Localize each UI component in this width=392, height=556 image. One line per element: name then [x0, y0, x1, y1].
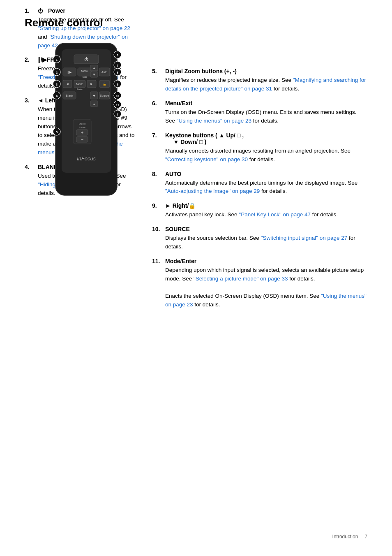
item-1-title: Power — [48, 7, 65, 14]
svg-text:Auto: Auto — [101, 71, 108, 74]
svg-text:11: 11 — [116, 104, 119, 107]
footer-page: 7 — [364, 534, 367, 540]
item-8-title: AUTO — [165, 171, 181, 177]
item-9-body: Activates panel key lock. See "Panel Key… — [165, 211, 367, 219]
remote-diagram: ⏻ ‖/▶ Menu ▲ Auto Exit ▼ — [35, 39, 138, 212]
item-5-num: 5. — [152, 68, 162, 74]
svg-text:Blank: Blank — [66, 94, 73, 97]
item-11-num: 11. — [152, 258, 162, 264]
svg-text:Menu: Menu — [81, 70, 88, 72]
item-6-title: Menu/Exit — [165, 100, 192, 107]
svg-text:−: − — [81, 137, 83, 142]
svg-text:Zoom: Zoom — [79, 126, 85, 129]
item-10-link1[interactable]: "Switching input signal" on page 27 — [261, 235, 348, 241]
item-8: 8. AUTO Automatically determines the bes… — [152, 171, 367, 196]
svg-text:4: 4 — [56, 94, 58, 98]
item-10-num: 10. — [152, 226, 162, 232]
svg-text:7: 7 — [117, 113, 119, 116]
item-5-body: Magnifies or reduces the projected image… — [165, 76, 367, 93]
svg-text:▲: ▲ — [92, 66, 96, 70]
remote-diagram-column: ⏻ ‖/▶ Menu ▲ Auto Exit ▼ — [25, 39, 148, 224]
item-8-body: Automatically determines the best pictur… — [165, 179, 367, 196]
svg-text:+: + — [81, 130, 83, 135]
item-5: 5. Digital Zoom buttons (+, -) Magnifies… — [152, 68, 367, 93]
svg-text:▲: ▲ — [92, 102, 96, 106]
right-items: 5. Digital Zoom buttons (+, -) Magnifies… — [152, 68, 367, 316]
footer-section: Introduction — [332, 534, 358, 540]
svg-text:🔒: 🔒 — [103, 82, 106, 86]
item-10-body: Displays the source selection bar. See "… — [165, 234, 367, 251]
svg-text:5: 5 — [56, 130, 58, 134]
svg-text:⏻: ⏻ — [84, 57, 88, 62]
svg-text:8: 8 — [117, 71, 119, 74]
item-10: 10. SOURCE Displays the source selection… — [152, 226, 367, 251]
item-9: 9. ► Right/🔒 Activates panel key lock. S… — [152, 202, 367, 219]
item-6-num: 6. — [152, 100, 162, 107]
item-11-title: Mode/Enter — [165, 258, 196, 264]
item-11-body: Depending upon which input signal is sel… — [165, 266, 367, 309]
svg-text:10: 10 — [116, 95, 119, 97]
footer: Introduction 7 — [332, 534, 367, 540]
svg-text:◄: ◄ — [66, 82, 69, 86]
item-1-num: 1. — [25, 7, 35, 14]
item-7-link1[interactable]: "Correcting keystone" on page 30 — [165, 156, 248, 162]
item-2-num: 2. — [25, 56, 35, 63]
svg-text:▼: ▼ — [92, 73, 96, 76]
item-7-num: 7. — [152, 132, 162, 139]
svg-text:Exit: Exit — [83, 76, 87, 78]
item-3-num: 3. — [25, 97, 35, 104]
item-7-body: Manually corrects distorted images resul… — [165, 147, 367, 164]
item-5-title: Digital Zoom buttons (+, -) — [165, 68, 237, 74]
item-11: 11. Mode/Enter Depending upon which inpu… — [152, 258, 367, 309]
item-4-num: 4. — [25, 164, 35, 170]
item-11-link2[interactable]: "Using the menus" on page 23 — [165, 293, 367, 308]
svg-text:1: 1 — [56, 58, 58, 62]
svg-text:2: 2 — [56, 71, 58, 74]
svg-text:Source: Source — [100, 94, 109, 97]
svg-text:6: 6 — [117, 53, 119, 57]
item-7-title: Keystone buttons ( ▲ Up/ □ , ▼ Down/ □ ) — [165, 132, 244, 145]
item-9-link1[interactable]: "Panel Key Lock" on page 47 — [239, 211, 311, 218]
svg-text:Enter: Enter — [77, 88, 83, 90]
item-6-body: Turns on the On-Screen Display (OSD) men… — [165, 108, 367, 125]
item-1-link1[interactable]: "Starting up the projector" on page 22 — [38, 25, 130, 31]
svg-text:►: ► — [90, 82, 94, 86]
svg-text:‖/▶: ‖/▶ — [67, 71, 72, 74]
item-7: 7. Keystone buttons ( ▲ Up/ □ , ▼ Down/ … — [152, 132, 367, 164]
svg-text:Mode: Mode — [76, 83, 83, 86]
item-9-num: 9. — [152, 202, 162, 209]
item-9-title: ► Right/🔒 — [165, 202, 196, 209]
svg-text:7: 7 — [117, 64, 119, 67]
item-8-link1[interactable]: "Auto-adjusting the image" on page 29 — [165, 188, 260, 194]
svg-text:Digital: Digital — [79, 123, 86, 125]
svg-text:9: 9 — [117, 83, 119, 86]
svg-text:InFocus: InFocus — [77, 155, 96, 162]
item-10-title: SOURCE — [165, 226, 190, 232]
item-6: 6. Menu/Exit Turns on the On-Screen Disp… — [152, 100, 367, 125]
item-6-link1[interactable]: "Using the menus" on page 23 — [177, 118, 251, 124]
item-8-num: 8. — [152, 171, 162, 177]
svg-text:3: 3 — [56, 83, 58, 86]
item-1-icon: ⏻ — [38, 8, 43, 14]
item-11-link1[interactable]: "Selecting a picture mode" on page 33 — [194, 276, 288, 282]
svg-text:▼: ▼ — [92, 94, 96, 98]
item-5-link1[interactable]: "Magnifying and searching for details on… — [165, 77, 366, 92]
